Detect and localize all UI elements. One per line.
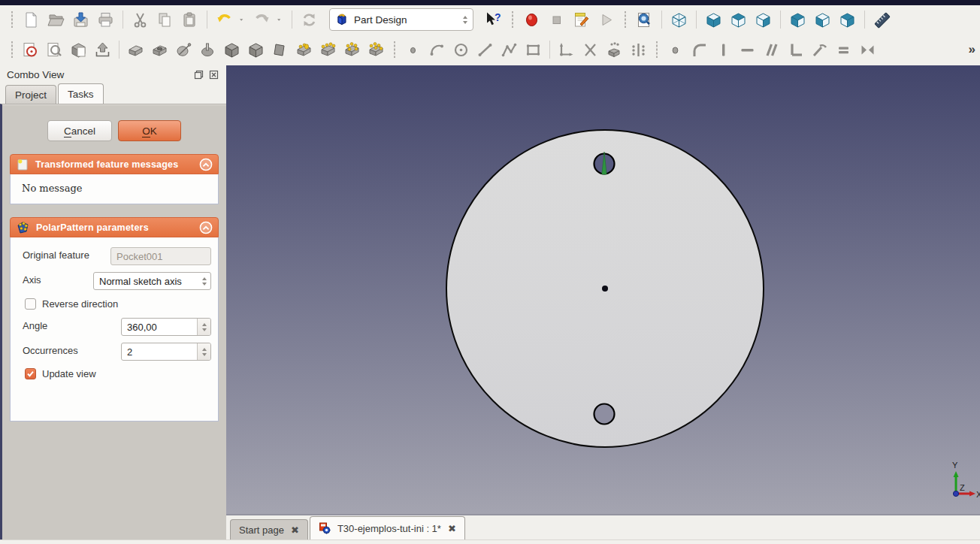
document-tabbar: Start page✖T30-ejemplos-tut-ini : 1*✖ (226, 514, 980, 539)
origin-point[interactable] (602, 286, 608, 292)
macro-stop-icon[interactable] (545, 8, 568, 32)
constraint-perpendicular-icon[interactable] (784, 38, 807, 62)
constraint-equal-icon[interactable] (832, 38, 855, 62)
toolbar-drag-handle[interactable] (655, 41, 658, 58)
constraint-coincident-icon[interactable] (664, 38, 687, 62)
map-sketch-icon[interactable] (67, 38, 90, 62)
construction-mode-icon[interactable] (579, 38, 602, 62)
float-panel-icon[interactable] (193, 69, 204, 80)
cut-icon[interactable] (129, 8, 152, 32)
copy-icon[interactable] (153, 8, 177, 32)
sketch-arc-icon[interactable] (425, 38, 449, 62)
sketch-line-icon[interactable] (473, 38, 497, 62)
redo-dropdown-icon[interactable] (275, 8, 286, 32)
toolbar-drag-handle[interactable] (624, 11, 627, 28)
front-view-icon[interactable] (702, 8, 725, 32)
sketch-point-icon[interactable] (401, 38, 425, 62)
save-document-icon[interactable] (69, 8, 92, 32)
constraint-horizontal-icon[interactable] (736, 38, 759, 62)
axonometric-view-icon[interactable] (667, 8, 691, 32)
tab-tasks[interactable]: Tasks (58, 83, 104, 104)
pad-icon[interactable] (124, 38, 147, 62)
toolbar-drag-handle[interactable] (11, 11, 14, 28)
cancel-button[interactable]: Cancel (47, 120, 112, 141)
close-panel-icon[interactable] (208, 69, 219, 80)
revolution-icon[interactable] (172, 38, 195, 62)
validate-sketch-icon[interactable] (91, 38, 114, 62)
occurrences-spin-buttons[interactable] (197, 343, 210, 360)
close-tab-icon[interactable]: ✖ (448, 523, 456, 534)
top-view-icon[interactable] (727, 8, 750, 32)
bottom-view-icon[interactable] (811, 8, 834, 32)
left-view-icon[interactable] (836, 8, 859, 32)
pocket-hole-bottom[interactable] (594, 404, 615, 425)
toolbar-drag-handle[interactable] (11, 41, 14, 58)
toolbar-drag-handle[interactable] (511, 11, 514, 28)
collapse-section-icon[interactable] (199, 158, 213, 171)
draft-feature-icon[interactable] (268, 38, 292, 62)
document-tab-label: T30-ejemplos-tut-ini : 1* (337, 523, 441, 534)
reverse-direction-checkbox[interactable] (25, 298, 36, 310)
combo-view-tabbar: Project Tasks (0, 83, 226, 104)
sketch-polyline-icon[interactable] (498, 38, 521, 62)
axis-select-arrows-icon (202, 277, 210, 286)
window-top-edge (0, 0, 980, 5)
redo-icon[interactable] (250, 8, 274, 32)
chamfer-feature-icon[interactable] (244, 38, 268, 62)
sketch-rectangle-icon[interactable] (522, 38, 545, 62)
angle-spin-buttons[interactable] (197, 319, 210, 335)
edge-tool-icon[interactable] (603, 38, 626, 62)
mirror-sketch-icon[interactable] (627, 38, 650, 62)
3d-viewport[interactable]: Y X Z (226, 65, 980, 514)
constraint-tangent-icon[interactable] (808, 38, 831, 62)
constraint-vertical-icon[interactable] (712, 38, 735, 62)
update-view-checkbox[interactable] (25, 368, 36, 379)
open-document-icon[interactable] (44, 8, 68, 32)
constraint-symmetric-icon[interactable] (856, 38, 879, 62)
sketch-circle-icon[interactable] (449, 38, 473, 62)
freecad-logo-icon (335, 13, 349, 26)
paste-icon[interactable] (178, 8, 201, 32)
occurrences-spinbox[interactable]: 2 (121, 343, 211, 361)
pocket-icon[interactable] (148, 38, 171, 62)
right-view-icon[interactable] (752, 8, 775, 32)
angle-spinbox[interactable]: 360,00 (121, 318, 211, 336)
reverse-direction-label: Reverse direction (42, 298, 118, 310)
constraint-parallel-icon[interactable] (760, 38, 783, 62)
multitransform-icon[interactable] (364, 38, 388, 62)
fit-all-icon[interactable] (633, 8, 656, 32)
ok-button[interactable]: OK (118, 120, 181, 141)
macro-play-icon[interactable] (594, 8, 618, 32)
mirrored-feature-icon[interactable] (292, 38, 316, 62)
collapse-section-icon[interactable] (199, 221, 213, 234)
external-geometry-icon[interactable] (555, 38, 578, 62)
message-note-icon (16, 158, 29, 171)
new-sketch-icon[interactable] (19, 38, 42, 62)
view-sketch-icon[interactable] (43, 38, 66, 62)
document-tab-active[interactable]: T30-ejemplos-tut-ini : 1*✖ (310, 516, 465, 539)
new-document-icon[interactable] (20, 8, 43, 32)
measure-icon[interactable] (870, 8, 894, 32)
toolbar-drag-handle[interactable] (393, 41, 396, 58)
axis-row: Axis Normal sketch axis (11, 272, 218, 290)
refresh-icon[interactable] (298, 8, 321, 32)
fillet-sketch-icon[interactable] (688, 38, 711, 62)
print-icon[interactable] (94, 8, 117, 32)
workbench-selector[interactable]: Part Design (329, 8, 473, 31)
toolbar-overflow-icon[interactable]: » (969, 42, 975, 57)
close-tab-icon[interactable]: ✖ (291, 524, 299, 536)
polar-pattern-icon[interactable] (340, 38, 364, 62)
document-tab-inactive[interactable]: Start page✖ (230, 519, 308, 539)
groove-icon[interactable] (196, 38, 219, 62)
tab-project[interactable]: Project (5, 85, 56, 104)
combo-view-panel: Combo View Project Tasks Cancel OK Trans… (0, 65, 227, 539)
whats-this-icon[interactable]: ? (482, 8, 505, 32)
fillet-feature-icon[interactable] (220, 38, 243, 62)
rear-view-icon[interactable] (786, 8, 809, 32)
macro-record-icon[interactable] (520, 8, 543, 32)
undo-dropdown-icon[interactable] (237, 8, 249, 32)
undo-icon[interactable] (213, 8, 236, 32)
linear-pattern-icon[interactable] (316, 38, 340, 62)
axis-select[interactable]: Normal sketch axis (93, 272, 211, 290)
macro-edit-icon[interactable] (570, 8, 593, 32)
